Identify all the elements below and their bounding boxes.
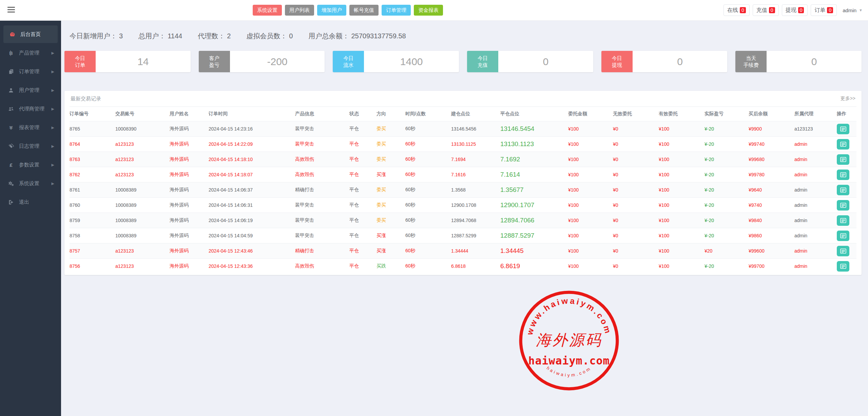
quick-button[interactable]: 系统设置 xyxy=(253,5,282,16)
summary-card: 今日充值0 xyxy=(467,51,593,72)
column-header-open: 建仓点位 xyxy=(451,107,500,121)
order-detail-button[interactable] xyxy=(837,124,849,134)
cell-balance: ¥99600 xyxy=(749,243,794,259)
more-link[interactable]: 更多>> xyxy=(841,96,855,102)
cell-invalid: ¥0 xyxy=(613,213,659,228)
status-pill-label: 充值 xyxy=(756,7,767,14)
svg-text:haiwaiym.com: haiwaiym.com xyxy=(546,365,593,378)
svg-text:B: B xyxy=(9,50,13,56)
sidebar-item-9[interactable]: 系统设置▶ xyxy=(0,174,61,193)
dashboard-icon xyxy=(9,32,15,37)
sidebar-item-label: 日志管理 xyxy=(19,143,39,150)
table-row: 876110008389海外源码2024-04-15 14:06:37精确打击平… xyxy=(70,182,856,198)
stat-item: 用户总余额：257093137759.58 xyxy=(308,32,406,41)
watermark-center-text: 海外源码 xyxy=(536,331,602,349)
sidebar-item-10[interactable]: 退出 xyxy=(0,193,61,212)
order-detail-button[interactable] xyxy=(837,261,849,272)
order-detail-button[interactable] xyxy=(837,154,849,165)
cell-profit: ¥-20 xyxy=(705,137,749,152)
svg-text:¥: ¥ xyxy=(9,125,13,131)
cell-duration: 60秒 xyxy=(405,259,451,274)
stat-label: 今日新增用户： xyxy=(70,32,117,40)
cell-valid: ¥100 xyxy=(659,243,705,259)
order-detail-button[interactable] xyxy=(837,170,849,180)
column-header-balance: 买后余额 xyxy=(749,107,794,121)
quick-button[interactable]: 订单管理 xyxy=(382,5,411,16)
cell-name: 海外源码 xyxy=(170,259,209,274)
column-header-action: 操作 xyxy=(837,107,856,121)
cell-agent: a123123 xyxy=(794,121,837,137)
cell-time: 2024-04-15 14:06:19 xyxy=(209,213,295,228)
user-menu[interactable]: admin ▼ xyxy=(843,7,863,13)
pound-icon: £ xyxy=(8,162,14,168)
cell-valid: ¥100 xyxy=(659,213,705,228)
hamburger-menu-icon[interactable] xyxy=(7,7,15,13)
logout-icon xyxy=(8,199,14,205)
stat-value: 257093137759.58 xyxy=(351,32,406,40)
cell-balance: ¥9860 xyxy=(749,228,794,243)
cell-action xyxy=(837,152,856,167)
sidebar-item-3[interactable]: 订单管理▶ xyxy=(0,62,61,81)
cell-close: 13130.1123 xyxy=(500,137,568,152)
cell-action xyxy=(837,228,856,243)
sidebar-item-label: 退出 xyxy=(19,199,29,205)
sidebar-item-7[interactable]: 日志管理▶ xyxy=(0,137,61,156)
sidebar: 后台首页B产品管理▶订单管理▶用户管理▶代理商管理▶¥报表管理▶日志管理▶£参数… xyxy=(0,20,61,416)
table-row: 8763a123123海外源码2024-04-15 14:18:10高效毁伤平仓… xyxy=(70,152,856,167)
cell-valid: ¥100 xyxy=(659,182,705,198)
sidebar-item-4[interactable]: 用户管理▶ xyxy=(0,81,61,100)
cell-action xyxy=(837,213,856,228)
sidebar-item-8[interactable]: £参数设置▶ xyxy=(0,156,61,174)
cell-product: 装甲突击 xyxy=(295,228,349,243)
status-pill[interactable]: 在线0 xyxy=(724,4,750,16)
quick-buttons: 系统设置用户列表增加用户帐号充值订单管理资金报表 xyxy=(253,5,443,16)
sidebar-item-2[interactable]: B产品管理▶ xyxy=(0,44,61,62)
table-row: 876010008389海外源码2024-04-15 14:06:31装甲突击平… xyxy=(70,198,856,213)
cell-direction: 委买 xyxy=(377,198,405,213)
sidebar-item-1[interactable]: 后台首页 xyxy=(3,25,58,43)
cell-open: 13130.1125 xyxy=(451,137,500,152)
status-pill[interactable]: 充值0 xyxy=(753,4,779,16)
summary-card: 客户盈亏-200 xyxy=(199,51,325,72)
stat-item: 代理数：2 xyxy=(198,32,231,41)
status-pill[interactable]: 提现0 xyxy=(782,4,808,16)
cell-id: 8764 xyxy=(70,137,115,152)
summary-card: 今日流水1400 xyxy=(333,51,459,72)
column-header-direction: 方向 xyxy=(377,107,405,121)
quick-button[interactable]: 帐号充值 xyxy=(349,5,379,16)
cell-agent: admin xyxy=(794,259,837,274)
sidebar-item-5[interactable]: 代理商管理▶ xyxy=(0,100,61,118)
cell-product: 精确打击 xyxy=(295,182,349,198)
quick-button[interactable]: 用户列表 xyxy=(285,5,314,16)
stat-value: 3 xyxy=(119,32,123,40)
cell-direction: 买涨 xyxy=(377,243,405,259)
orders-icon xyxy=(8,69,14,75)
cell-id: 8763 xyxy=(70,152,115,167)
order-detail-button[interactable] xyxy=(837,246,849,256)
sidebar-item-6[interactable]: ¥报表管理▶ xyxy=(0,118,61,137)
stat-label: 总用户： xyxy=(138,32,166,40)
stat-value: 1144 xyxy=(168,32,182,40)
chevron-right-icon: ▶ xyxy=(52,125,54,130)
status-badge: 0 xyxy=(798,7,804,13)
cell-open: 7.1616 xyxy=(451,167,500,182)
cell-account: a123123 xyxy=(115,243,170,259)
cell-account: 10008389 xyxy=(115,182,170,198)
cell-duration: 60秒 xyxy=(405,198,451,213)
cell-close: 1.34445 xyxy=(500,243,568,259)
quick-button[interactable]: 资金报表 xyxy=(414,5,443,16)
status-pill[interactable]: 订单0 xyxy=(811,4,837,16)
sidebar-item-label: 参数设置 xyxy=(19,162,39,168)
quick-button[interactable]: 增加用户 xyxy=(317,5,346,16)
order-detail-button[interactable] xyxy=(837,139,849,150)
cell-profit: ¥-20 xyxy=(705,259,749,274)
order-detail-button[interactable] xyxy=(837,231,849,241)
order-detail-button[interactable] xyxy=(837,215,849,226)
cell-time: 2024-04-15 14:18:07 xyxy=(209,167,295,182)
order-detail-button[interactable] xyxy=(837,185,849,195)
table-row: 8762a123123海外源码2024-04-15 14:18:07高效毁伤平仓… xyxy=(70,167,856,182)
topbar-right: 在线0充值0提现0订单0 admin ▼ xyxy=(724,4,863,16)
chevron-right-icon: ▶ xyxy=(52,163,54,167)
order-detail-button[interactable] xyxy=(837,200,849,211)
cell-account: a123123 xyxy=(115,167,170,182)
